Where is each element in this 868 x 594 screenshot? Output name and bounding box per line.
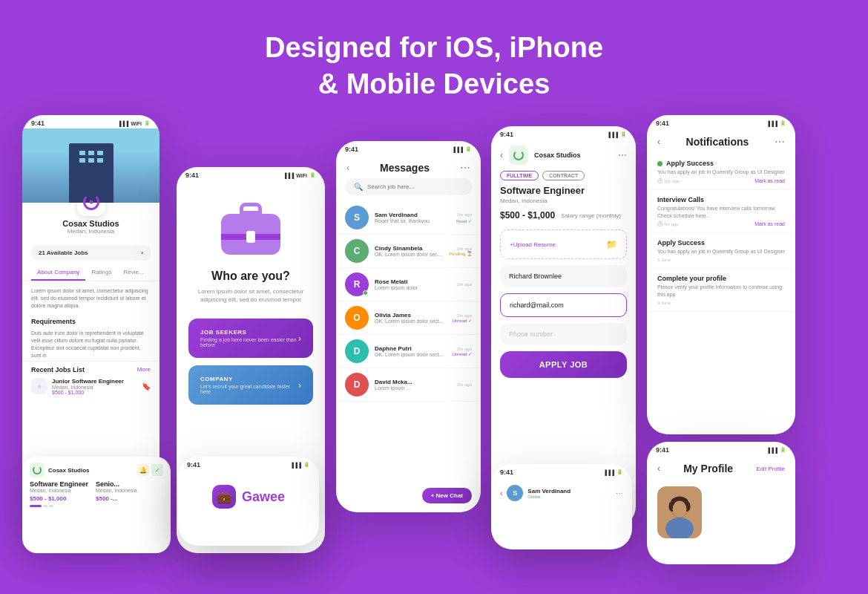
company-info: COMPANY Let's recruit your great candida… <box>200 376 298 394</box>
job-card-action-icons: 🔔 ✓ <box>137 464 163 476</box>
msg-content-sam: Sam Verdinand Roger that sir, thankyou <box>375 212 450 223</box>
status-bar-1: 9:41 ▐▐▐ WiFi 🔋 <box>22 115 160 128</box>
notif-4-header: Complete your profile <box>657 275 785 282</box>
message-item-olivia[interactable]: O Olivia James OK. Lorem ipsum dolor sec… <box>336 301 481 335</box>
profile-title: My Profile <box>683 463 733 474</box>
search-bar-messages[interactable]: 🔍 <box>345 178 472 195</box>
job-seekers-sublabel: Finding a job here never been easier tha… <box>200 337 298 347</box>
msg-name-sam: Sam Verdinand <box>375 212 450 218</box>
msg-content-daphne: Daphne Putri OK. Lorem ipsum dolor sect.… <box>375 345 447 357</box>
job-card-logo <box>30 463 45 477</box>
logo-spinner <box>33 466 42 474</box>
sam-online-status: Online <box>527 495 611 499</box>
sam-chat-header: ‹ S Sam Verdinand Online ⋯ <box>491 477 632 506</box>
message-item-cindy[interactable]: C Cindy Sinambela OK. Lorem ipsum dolor … <box>336 235 481 268</box>
job-card-location-2: Medan, Indonesia <box>96 488 137 493</box>
gawee-brand-name: Gawee <box>242 489 285 505</box>
tab-about[interactable]: About Company <box>31 265 85 281</box>
job-card-titles-row: Software Engineer Medan, Indonesia $500 … <box>30 480 163 507</box>
avatar-svg <box>657 494 702 538</box>
header-line1: Designed for iOS, iPhone <box>265 32 603 63</box>
job-card-content: Cosax Studios 🔔 ✓ Software Engineer Meda… <box>22 457 171 513</box>
message-item-daphne[interactable]: D Daphne Putri OK. Lorem ipsum dolor sec… <box>336 335 481 368</box>
job-tags: FULLTIME CONTRACT <box>491 171 636 185</box>
notif-4-footer: 4 June <box>657 301 785 305</box>
job-card-title-2: Senio... <box>96 480 137 488</box>
more-options-icon[interactable]: ⋯ <box>460 162 470 174</box>
msg-preview-david: Lorem ipsum ... <box>375 385 451 391</box>
upload-resume-area[interactable]: +Upload Resume 📁 <box>500 229 627 259</box>
msg-name-daphne: Daphne Putri <box>375 345 447 352</box>
job-seekers-btn[interactable]: JOB SEEKERS Finding a job here never bee… <box>188 319 313 358</box>
search-icon: 🔍 <box>354 183 363 191</box>
status-bar-3: 9:41 ▐▐▐ 🔋 <box>336 141 481 154</box>
apply-job-button[interactable]: APPLY JOB <box>500 351 627 378</box>
notif-back-icon[interactable]: ‹ <box>657 137 660 147</box>
profile-back-icon[interactable]: ‹ <box>657 463 660 474</box>
message-item-rose[interactable]: R Rose Melati Lorem ipsum dolor 2m ago <box>336 268 481 301</box>
email-input-field[interactable]: richard@mail.com <box>500 293 627 317</box>
sam-back-icon[interactable]: ‹ <box>500 489 502 497</box>
more-link[interactable]: More <box>137 366 151 373</box>
profile-avatar-area <box>647 480 795 544</box>
job-item-salary: $500 - $1,000 <box>52 390 137 395</box>
sam-name: Sam Verdinand <box>527 488 611 495</box>
notif-3-footer: 5 June <box>657 258 785 262</box>
back-arrow-icon[interactable]: ‹ <box>346 163 349 173</box>
header-line2: & Mobile Devices <box>318 68 550 99</box>
company-sublabel: Let's recruit your great candidate faste… <box>200 384 298 394</box>
tab-ratings[interactable]: Ratings <box>85 265 117 281</box>
job-card-logo-row: Cosax Studios <box>30 463 90 477</box>
edit-profile-link[interactable]: Edit Profile <box>756 466 785 472</box>
gawee-icon: 💼 <box>212 485 236 509</box>
status-bar-6: 9:41 ▐▐▐ 🔋 <box>647 442 795 455</box>
messages-header: ‹ Messages ⋯ <box>336 154 481 178</box>
job-item-location: Medan, Indonesia <box>52 385 137 390</box>
sam-more-icon[interactable]: ⋯ <box>616 489 623 497</box>
name-field-value: Richard Brownlee <box>509 272 562 280</box>
phone-input-field[interactable]: Phone number <box>500 323 627 345</box>
tag-fulltime: FULLTIME <box>500 171 539 180</box>
notif-1-time: 🕐 10h ago <box>657 178 680 183</box>
apply-more-icon[interactable]: ⋯ <box>618 150 627 160</box>
name-input-field[interactable]: Richard Brownlee <box>500 265 627 287</box>
notif-1-title: Apply Success <box>666 160 714 167</box>
notif-3-header: Apply Success <box>657 239 785 247</box>
message-item-sam[interactable]: S Sam Verdinand Roger that sir, thankyou… <box>336 201 481 235</box>
jobs-badge[interactable]: 21 Available Jobs › <box>31 245 151 261</box>
building-windows <box>79 151 103 163</box>
job-seekers-info: JOB SEEKERS Finding a job here never bee… <box>200 329 298 347</box>
bookmark-icon[interactable]: 🔖 <box>142 382 151 391</box>
avatar-rose: R <box>345 272 369 296</box>
company-btn[interactable]: COMPANY Let's recruit your great candida… <box>188 365 313 405</box>
mark-read-1[interactable]: Mark as read <box>754 178 785 183</box>
notif-4-date: 4 June <box>657 301 671 305</box>
notif-more-icon[interactable]: ⋯ <box>775 136 785 148</box>
notif-2-footer: 🕐 4m ago Mark as read <box>657 221 785 226</box>
requirements-title: Requirements <box>22 315 160 328</box>
notif-2-title: Interview Calls <box>657 196 704 203</box>
notif-3-title: Apply Success <box>657 239 705 247</box>
new-chat-button[interactable]: + New Chat <box>422 488 472 503</box>
notif-4-title: Complete your profile <box>657 275 726 282</box>
job-item-title: Junior Software Engineer <box>52 378 137 385</box>
notification-icon-btn[interactable]: 🔔 <box>137 464 149 476</box>
briefcase-icon <box>221 203 280 255</box>
msg-meta-cindy: 2m ago Pending ⌛ <box>449 247 472 256</box>
available-jobs-text: 21 Available Jobs <box>39 249 88 256</box>
apply-back-icon[interactable]: ‹ <box>500 150 503 160</box>
profile-avatar <box>657 486 702 538</box>
message-item-david[interactable]: D David Mcka... Lorem ipsum ... 2m ago <box>336 368 481 402</box>
upload-resume-label: +Upload Resume <box>510 241 556 248</box>
dot-3 <box>49 505 53 507</box>
dot-2 <box>43 505 47 507</box>
tab-reviews[interactable]: Revie... <box>118 265 150 281</box>
notification-item-1: Apply Success You has apply an job in Qu… <box>647 154 795 190</box>
msg-preview-cindy: OK. Lorem ipsum dolor sect... <box>375 252 443 257</box>
mark-read-2[interactable]: Mark as read <box>754 221 785 226</box>
check-icon-btn[interactable]: ✓ <box>151 464 163 476</box>
company-tabs: About Company Ratings Revie... <box>22 265 160 281</box>
search-input-messages[interactable] <box>367 183 463 190</box>
notification-item-3: Apply Success You has apply an job in Qu… <box>647 233 795 269</box>
phone-messages: 9:41 ▐▐▐ 🔋 ‹ Messages ⋯ 🔍 S Sam Verdinan… <box>336 141 481 512</box>
